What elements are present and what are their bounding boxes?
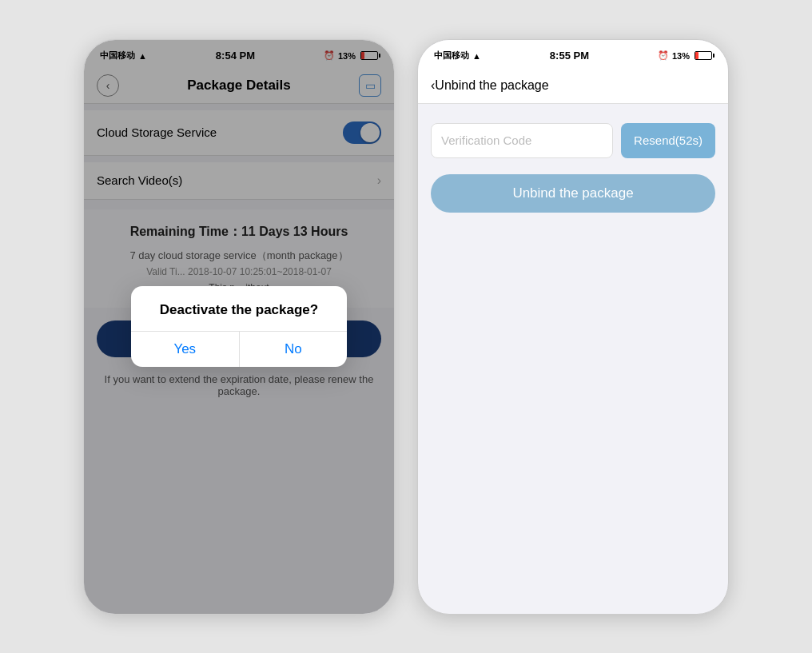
- phone2-content: Verification Code Resend(52s) Unbind the…: [418, 104, 728, 232]
- unbind-button[interactable]: Unbind the package: [431, 174, 715, 213]
- phone2-battery-icon: [695, 51, 712, 60]
- phone2-nav-bar: ‹ Unbind the package: [418, 69, 728, 104]
- phone2-status-left: 中国移动 ▲: [434, 50, 481, 62]
- alert-yes-button[interactable]: Yes: [131, 332, 240, 367]
- resend-label: Resend(52s): [634, 133, 703, 147]
- unbind-label: Unbind the package: [512, 185, 633, 201]
- phone2-nav-title: Unbind the package: [435, 78, 548, 93]
- resend-button[interactable]: Resend(52s): [621, 123, 715, 158]
- verification-row: Verification Code Resend(52s): [431, 123, 715, 158]
- phone2-status-bar: 中国移动 ▲ 8:55 PM ⏰ 13%: [418, 40, 728, 69]
- alert-dialog: Deactivate the package? Yes No: [131, 286, 347, 367]
- phone2-battery-fill: [695, 52, 699, 59]
- alert-buttons: Yes No: [131, 331, 347, 367]
- phone2-time: 8:55 PM: [550, 50, 589, 62]
- phone-2: 中国移动 ▲ 8:55 PM ⏰ 13% ‹ Unbind the packag…: [417, 39, 729, 615]
- alert-title: Deactivate the package?: [131, 286, 347, 331]
- phone-1: 中国移动 ▲ 8:54 PM ⏰ 13% ‹ Package Details ▭: [83, 39, 395, 615]
- alert-no-label: No: [285, 341, 302, 356]
- phones-container: 中国移动 ▲ 8:54 PM ⏰ 13% ‹ Package Details ▭: [83, 39, 729, 615]
- alert-yes-label: Yes: [173, 341, 196, 356]
- verification-placeholder: Verification Code: [441, 133, 531, 147]
- verification-input[interactable]: Verification Code: [431, 123, 613, 158]
- alert-no-button[interactable]: No: [240, 332, 348, 367]
- phone2-status-right: ⏰ 13%: [658, 50, 712, 61]
- phone2-battery-percent: 13%: [672, 51, 690, 61]
- phone2-carrier: 中国移动: [434, 50, 469, 62]
- phone2-wifi-icon: ▲: [472, 51, 481, 61]
- alert-overlay: Deactivate the package? Yes No: [84, 40, 394, 614]
- phone2-alarm-icon: ⏰: [658, 50, 669, 61]
